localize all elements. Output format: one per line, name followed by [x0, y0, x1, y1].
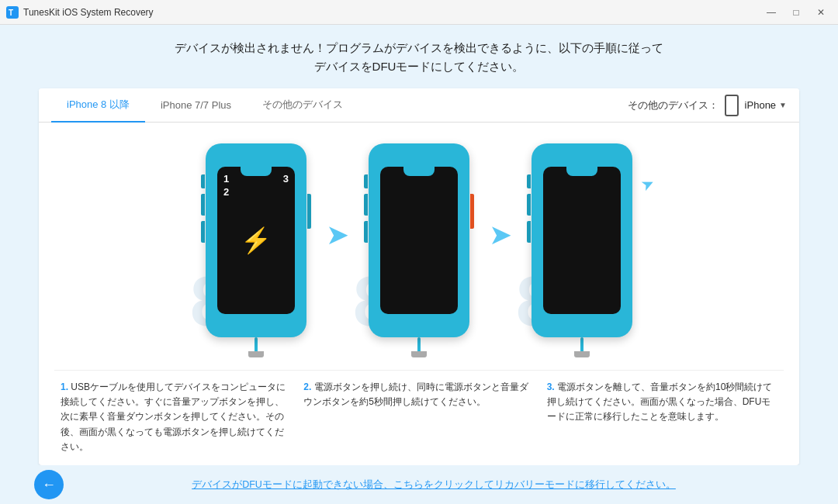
- step-num-2: 2: [223, 186, 229, 198]
- phone-2: [369, 143, 469, 337]
- phone-3-notch: [566, 167, 597, 176]
- content-card: iPhone 8 以降 iPhone 7/7 Plus その他のデバイス その他…: [39, 88, 799, 465]
- phone-1-cable: [255, 337, 258, 353]
- device-selector-label: その他のデバイス：: [628, 98, 719, 112]
- instruction-2-text: 電源ボタンを押し続け、同時に電源ボタンと音量ダウンボタンを約5秒間押し続けてくだ…: [303, 381, 528, 407]
- volume-mute-button: [201, 174, 205, 188]
- volume-up-button-2: [364, 194, 368, 216]
- arrow-1: ➤: [326, 219, 349, 251]
- maximize-button[interactable]: □: [785, 4, 807, 21]
- close-button[interactable]: ✕: [810, 4, 832, 21]
- title-bar-left: T TunesKit iOS System Recovery: [6, 6, 154, 19]
- phones-row: 8 1 2 ⚡ 3: [54, 130, 784, 370]
- instruction-1-text: USBケーブルを使用してデバイスをコンピュータに接続してください。すぐに音量アッ…: [61, 381, 286, 452]
- phone-1-screen: 1 2 ⚡ 3: [217, 167, 295, 314]
- main-container: デバイスが検出されません！プログラムがデバイスを検出できるように、以下の手順に従…: [0, 25, 838, 504]
- phone-3-connector: [574, 351, 590, 357]
- tabs-bar: iPhone 8 以降 iPhone 7/7 Plus その他のデバイス その他…: [39, 88, 799, 123]
- phone-1-wrapper: 8 1 2 ⚡ 3: [206, 143, 306, 357]
- tab-iphone7[interactable]: iPhone 7/7 Plus: [145, 90, 247, 122]
- app-icon: T: [6, 6, 19, 19]
- step-num-1: 1: [223, 173, 229, 185]
- side-arrow-icon: ➤: [638, 172, 658, 195]
- steps-area: 8 1 2 ⚡ 3: [39, 123, 799, 465]
- phone-notch: [241, 167, 272, 176]
- volume-down-button-3: [527, 221, 531, 243]
- arrow-2: ➤: [489, 219, 512, 251]
- power-button: [307, 194, 311, 229]
- instructions-row: 1. USBケーブルを使用してデバイスをコンピュータに接続してください。すぐに音…: [54, 370, 784, 465]
- title-bar: T TunesKit iOS System Recovery — □ ✕: [0, 0, 838, 25]
- device-icon: [725, 95, 739, 116]
- volume-mute-button-2: [364, 174, 368, 188]
- phone-2-cable: [417, 337, 421, 353]
- recovery-mode-link[interactable]: デバイスがDFUモードに起動できない場合、こちらをクリックしてリカバリーモードに…: [64, 478, 804, 492]
- phone-2-wrapper: 8: [369, 143, 469, 357]
- volume-down-button: [201, 221, 205, 243]
- volume-down-button-2: [364, 221, 368, 243]
- phone-3: ➤: [532, 143, 632, 337]
- svg-text:T: T: [9, 9, 13, 17]
- instruction-1-label: 1.: [61, 381, 68, 392]
- tab-other[interactable]: その他のデバイス: [247, 88, 358, 123]
- device-name: iPhone: [745, 99, 776, 111]
- phone-3-screen: [543, 167, 621, 314]
- instruction-2-label: 2.: [303, 381, 311, 392]
- device-dropdown[interactable]: iPhone ▼: [745, 99, 787, 111]
- phone-2-notch: [403, 167, 435, 176]
- bottom-bar: ← デバイスがDFUモードに起動できない場合、こちらをクリックしてリカバリーモー…: [16, 465, 822, 504]
- minimize-button[interactable]: —: [760, 4, 782, 21]
- phone-3-wrapper: 8 ➤: [532, 143, 632, 357]
- usb-icon: ⚡: [241, 226, 272, 255]
- phone-1: 1 2 ⚡ 3: [206, 143, 306, 337]
- step-numbers: 1 2: [223, 173, 229, 198]
- volume-mute-button-3: [527, 174, 531, 188]
- instruction-1: 1. USBケーブルを使用してデバイスをコンピュータに接続してください。すぐに音…: [61, 380, 291, 454]
- header-text: デバイスが検出されません！プログラムがデバイスを検出できるように、以下の手順に従…: [175, 39, 663, 76]
- instruction-2: 2. 電源ボタンを押し続け、同時に電源ボタンと音量ダウンボタンを約5秒間押し続け…: [303, 380, 534, 454]
- header-line2: デバイスをDFUモードにしてください。: [175, 57, 663, 76]
- step-num-3-p1: 3: [283, 173, 289, 185]
- tab-iphone8[interactable]: iPhone 8 以降: [51, 88, 145, 123]
- volume-up-button-3: [527, 194, 531, 216]
- app-title: TunesKit iOS System Recovery: [23, 7, 154, 18]
- phone-3-cable: [580, 337, 583, 353]
- dropdown-arrow-icon: ▼: [779, 101, 787, 109]
- instruction-3-text: 電源ボタンを離して、音量ボタンを約10秒間続けて押し続けてください。画面が黒くな…: [547, 381, 773, 422]
- device-selector: その他のデバイス： iPhone ▼: [628, 95, 787, 116]
- header-line1: デバイスが検出されません！プログラムがデバイスを検出できるように、以下の手順に従…: [175, 39, 663, 57]
- instruction-3-label: 3.: [547, 381, 555, 392]
- volume-up-button: [201, 194, 205, 216]
- power-button-2: [470, 194, 474, 229]
- phone-2-screen: [380, 167, 458, 314]
- instruction-3: 3. 電源ボタンを離して、音量ボタンを約10秒間続けて押し続けてください。画面が…: [547, 380, 777, 454]
- phone-1-connector: [248, 351, 264, 357]
- phone-2-connector: [411, 351, 427, 357]
- window-controls: — □ ✕: [760, 4, 832, 21]
- back-button[interactable]: ←: [34, 470, 64, 499]
